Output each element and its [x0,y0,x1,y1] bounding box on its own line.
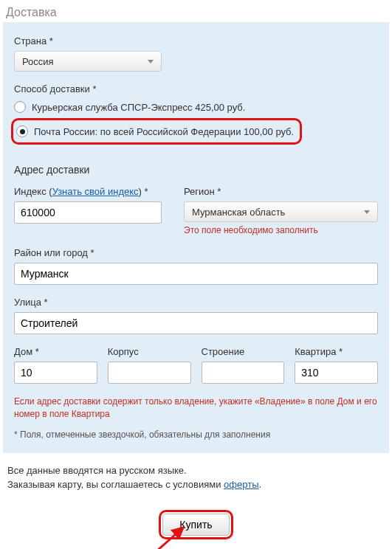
city-group: Район или город * [14,247,378,285]
delivery-panel: Страна * Россия Способ доставки * Курьер… [3,22,389,453]
building-input[interactable] [202,362,285,384]
korpus-label: Корпус [108,346,191,357]
korpus-input[interactable] [108,362,191,384]
index-link[interactable]: Узнать свой индекс [52,186,139,197]
shipping-option-1-label: Курьерская служба СПСР-Экспресс 425,00 р… [32,102,245,113]
index-label: Индекс (Узнать свой индекс) * [14,186,162,197]
region-error: Это поле необходимо заполнить [184,225,378,235]
city-label: Район или город * [14,247,378,258]
house-input[interactable] [14,362,97,384]
address-heading: Адрес доставки [14,164,378,176]
note-required: * Поля, отмеченные звездочкой, обязатель… [14,429,378,440]
arrow-icon [155,523,192,549]
building-label: Строение [202,346,285,357]
region-value: Мурманская область [192,207,285,218]
region-select[interactable]: Мурманская область [184,201,378,222]
footer-line1: Все данные вводятся на русском языке. [7,463,385,478]
country-label: Страна * [14,35,378,46]
offer-link[interactable]: оферты [224,479,258,490]
index-group: Индекс (Узнать свой индекс) * [14,186,162,235]
footer-line2: Заказывая карту, вы соглашаетесь с услов… [7,477,385,492]
city-input[interactable] [14,263,378,285]
street-group: Улица * [14,297,378,334]
country-value: Россия [22,56,54,67]
apt-group: Квартира * [295,346,378,384]
building-group: Строение [202,346,285,384]
buy-wrap: Купить [7,510,385,539]
country-select[interactable]: Россия [14,51,162,72]
index-input[interactable] [14,201,162,224]
section-title: Доставка [6,6,392,19]
region-label: Регион * [184,186,378,197]
apt-label: Квартира * [295,346,378,357]
house-label: Дом * [14,346,97,357]
apt-input[interactable] [295,362,378,384]
house-row: Дом * Корпус Строение Квартира * [14,346,378,384]
shipping-label: Способ доставки * [14,83,378,94]
radio-icon [16,125,28,137]
shipping-option-2[interactable]: Почта России: по всей Российской Федерац… [16,123,294,139]
country-group: Страна * Россия [14,35,378,72]
note-ownership: Если адрес доставки содержит только влад… [14,396,378,421]
korpus-group: Корпус [108,346,191,384]
street-label: Улица * [14,297,378,308]
street-input[interactable] [14,312,378,334]
shipping-option-2-highlight: Почта России: по всей Российской Федерац… [11,118,302,145]
shipping-option-2-label: Почта России: по всей Российской Федерац… [34,126,294,137]
shipping-group: Способ доставки * Курьерская служба СПСР… [14,83,378,152]
footer: Все данные вводятся на русском языке. За… [0,453,392,549]
house-group: Дом * [14,346,97,384]
region-group: Регион * Мурманская область Это поле нео… [184,186,378,235]
shipping-option-1[interactable]: Курьерская служба СПСР-Экспресс 425,00 р… [14,99,378,115]
radio-icon [14,101,26,113]
index-region-row: Индекс (Узнать свой индекс) * Регион * М… [14,186,378,235]
